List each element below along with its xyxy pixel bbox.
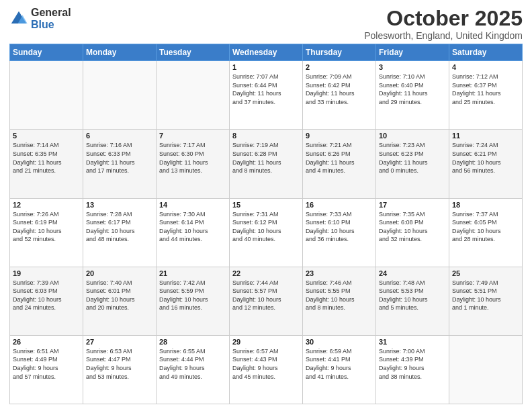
calendar-table: Sunday Monday Tuesday Wednesday Thursday… — [9, 44, 523, 404]
day-info: Sunrise: 7:40 AM Sunset: 6:01 PM Dayligh… — [86, 279, 153, 312]
table-row — [83, 61, 157, 130]
header-friday: Friday — [376, 44, 449, 61]
table-row: 8Sunrise: 7:19 AM Sunset: 6:28 PM Daylig… — [230, 130, 303, 198]
day-info: Sunrise: 6:57 AM Sunset: 4:43 PM Dayligh… — [232, 347, 300, 381]
day-number: 31 — [379, 338, 446, 346]
day-number: 3 — [379, 63, 446, 71]
calendar-week-row: 12Sunrise: 7:26 AM Sunset: 6:19 PM Dayli… — [10, 198, 523, 267]
day-info: Sunrise: 7:23 AM Sunset: 6:23 PM Dayligh… — [379, 141, 446, 175]
day-info: Sunrise: 7:00 AM Sunset: 4:39 PM Dayligh… — [379, 347, 446, 381]
title-block: October 2025 Polesworth, England, United… — [364, 7, 523, 41]
table-row: 11Sunrise: 7:24 AM Sunset: 6:21 PM Dayli… — [449, 130, 523, 198]
calendar-header-row: Sunday Monday Tuesday Wednesday Thursday… — [10, 44, 523, 61]
page: General Blue October 2025 Polesworth, En… — [0, 0, 532, 411]
day-number: 9 — [306, 132, 373, 140]
day-info: Sunrise: 7:48 AM Sunset: 5:53 PM Dayligh… — [379, 279, 446, 312]
day-info: Sunrise: 7:17 AM Sunset: 6:30 PM Dayligh… — [159, 141, 226, 175]
day-number: 18 — [452, 201, 519, 209]
day-number: 7 — [159, 132, 226, 140]
day-info: Sunrise: 7:12 AM Sunset: 6:37 PM Dayligh… — [452, 73, 519, 106]
day-info: Sunrise: 7:09 AM Sunset: 6:42 PM Dayligh… — [306, 73, 373, 106]
calendar-week-row: 5Sunrise: 7:14 AM Sunset: 6:35 PM Daylig… — [10, 130, 523, 198]
table-row — [157, 61, 230, 130]
table-row: 12Sunrise: 7:26 AM Sunset: 6:19 PM Dayli… — [10, 198, 83, 267]
day-info: Sunrise: 7:10 AM Sunset: 6:40 PM Dayligh… — [379, 73, 446, 106]
table-row: 21Sunrise: 7:42 AM Sunset: 5:59 PM Dayli… — [157, 267, 230, 335]
day-number: 29 — [232, 338, 300, 346]
table-row: 27Sunrise: 6:53 AM Sunset: 4:47 PM Dayli… — [83, 335, 157, 404]
table-row: 6Sunrise: 7:16 AM Sunset: 6:33 PM Daylig… — [83, 130, 157, 198]
table-row: 28Sunrise: 6:55 AM Sunset: 4:44 PM Dayli… — [157, 335, 230, 404]
header: General Blue October 2025 Polesworth, En… — [9, 7, 523, 41]
day-number: 28 — [159, 338, 226, 346]
day-number: 27 — [86, 338, 153, 346]
table-row: 2Sunrise: 7:09 AM Sunset: 6:42 PM Daylig… — [303, 61, 376, 130]
day-info: Sunrise: 7:42 AM Sunset: 5:59 PM Dayligh… — [159, 279, 226, 312]
day-info: Sunrise: 7:19 AM Sunset: 6:28 PM Dayligh… — [232, 141, 300, 175]
day-number: 16 — [306, 201, 373, 209]
table-row: 5Sunrise: 7:14 AM Sunset: 6:35 PM Daylig… — [10, 130, 83, 198]
table-row: 3Sunrise: 7:10 AM Sunset: 6:40 PM Daylig… — [376, 61, 449, 130]
day-info: Sunrise: 6:51 AM Sunset: 4:49 PM Dayligh… — [13, 347, 80, 381]
logo-text: General Blue — [31, 7, 71, 30]
logo-blue-text: Blue — [31, 19, 71, 31]
day-info: Sunrise: 7:37 AM Sunset: 6:05 PM Dayligh… — [452, 210, 519, 244]
day-info: Sunrise: 7:44 AM Sunset: 5:57 PM Dayligh… — [232, 279, 300, 312]
table-row: 1Sunrise: 7:07 AM Sunset: 6:44 PM Daylig… — [230, 61, 303, 130]
day-info: Sunrise: 7:31 AM Sunset: 6:12 PM Dayligh… — [232, 210, 300, 244]
day-info: Sunrise: 6:55 AM Sunset: 4:44 PM Dayligh… — [159, 347, 226, 381]
logo-general-text: General — [31, 7, 71, 19]
day-info: Sunrise: 7:28 AM Sunset: 6:17 PM Dayligh… — [86, 210, 153, 244]
day-number: 10 — [379, 132, 446, 140]
header-tuesday: Tuesday — [157, 44, 230, 61]
table-row: 4Sunrise: 7:12 AM Sunset: 6:37 PM Daylig… — [449, 61, 523, 130]
day-number: 14 — [159, 201, 226, 209]
table-row: 15Sunrise: 7:31 AM Sunset: 6:12 PM Dayli… — [230, 198, 303, 267]
day-info: Sunrise: 6:59 AM Sunset: 4:41 PM Dayligh… — [306, 347, 373, 381]
day-number: 25 — [452, 269, 519, 277]
day-info: Sunrise: 7:49 AM Sunset: 5:51 PM Dayligh… — [452, 279, 519, 312]
day-number: 4 — [452, 63, 519, 71]
day-info: Sunrise: 7:35 AM Sunset: 6:08 PM Dayligh… — [379, 210, 446, 244]
table-row: 17Sunrise: 7:35 AM Sunset: 6:08 PM Dayli… — [376, 198, 449, 267]
table-row: 18Sunrise: 7:37 AM Sunset: 6:05 PM Dayli… — [449, 198, 523, 267]
day-number: 21 — [159, 269, 226, 277]
day-info: Sunrise: 6:53 AM Sunset: 4:47 PM Dayligh… — [86, 347, 153, 381]
day-number: 30 — [306, 338, 373, 346]
day-number: 12 — [13, 201, 80, 209]
day-info: Sunrise: 7:24 AM Sunset: 6:21 PM Dayligh… — [452, 141, 519, 175]
day-info: Sunrise: 7:14 AM Sunset: 6:35 PM Dayligh… — [13, 141, 80, 175]
day-number: 15 — [232, 201, 300, 209]
day-info: Sunrise: 7:16 AM Sunset: 6:33 PM Dayligh… — [86, 141, 153, 175]
table-row: 20Sunrise: 7:40 AM Sunset: 6:01 PM Dayli… — [83, 267, 157, 335]
day-number: 2 — [306, 63, 373, 71]
calendar-week-row: 19Sunrise: 7:39 AM Sunset: 6:03 PM Dayli… — [10, 267, 523, 335]
day-info: Sunrise: 7:33 AM Sunset: 6:10 PM Dayligh… — [306, 210, 373, 244]
table-row — [449, 335, 523, 404]
table-row: 29Sunrise: 6:57 AM Sunset: 4:43 PM Dayli… — [230, 335, 303, 404]
table-row: 10Sunrise: 7:23 AM Sunset: 6:23 PM Dayli… — [376, 130, 449, 198]
day-number: 5 — [13, 132, 80, 140]
day-info: Sunrise: 7:39 AM Sunset: 6:03 PM Dayligh… — [13, 279, 80, 312]
table-row: 26Sunrise: 6:51 AM Sunset: 4:49 PM Dayli… — [10, 335, 83, 404]
calendar-week-row: 26Sunrise: 6:51 AM Sunset: 4:49 PM Dayli… — [10, 335, 523, 404]
day-info: Sunrise: 7:26 AM Sunset: 6:19 PM Dayligh… — [13, 210, 80, 244]
day-number: 11 — [452, 132, 519, 140]
table-row: 13Sunrise: 7:28 AM Sunset: 6:17 PM Dayli… — [83, 198, 157, 267]
header-saturday: Saturday — [449, 44, 523, 61]
day-info: Sunrise: 7:30 AM Sunset: 6:14 PM Dayligh… — [159, 210, 226, 244]
table-row: 16Sunrise: 7:33 AM Sunset: 6:10 PM Dayli… — [303, 198, 376, 267]
calendar-week-row: 1Sunrise: 7:07 AM Sunset: 6:44 PM Daylig… — [10, 61, 523, 130]
logo-icon — [9, 9, 28, 28]
table-row: 7Sunrise: 7:17 AM Sunset: 6:30 PM Daylig… — [157, 130, 230, 198]
day-number: 23 — [306, 269, 373, 277]
location: Polesworth, England, United Kingdom — [364, 30, 523, 41]
table-row: 23Sunrise: 7:46 AM Sunset: 5:55 PM Dayli… — [303, 267, 376, 335]
logo: General Blue — [9, 7, 71, 30]
table-row: 22Sunrise: 7:44 AM Sunset: 5:57 PM Dayli… — [230, 267, 303, 335]
day-info: Sunrise: 7:21 AM Sunset: 6:26 PM Dayligh… — [306, 141, 373, 175]
day-number: 13 — [86, 201, 153, 209]
table-row: 19Sunrise: 7:39 AM Sunset: 6:03 PM Dayli… — [10, 267, 83, 335]
month-title: October 2025 — [364, 7, 523, 30]
table-row: 30Sunrise: 6:59 AM Sunset: 4:41 PM Dayli… — [303, 335, 376, 404]
